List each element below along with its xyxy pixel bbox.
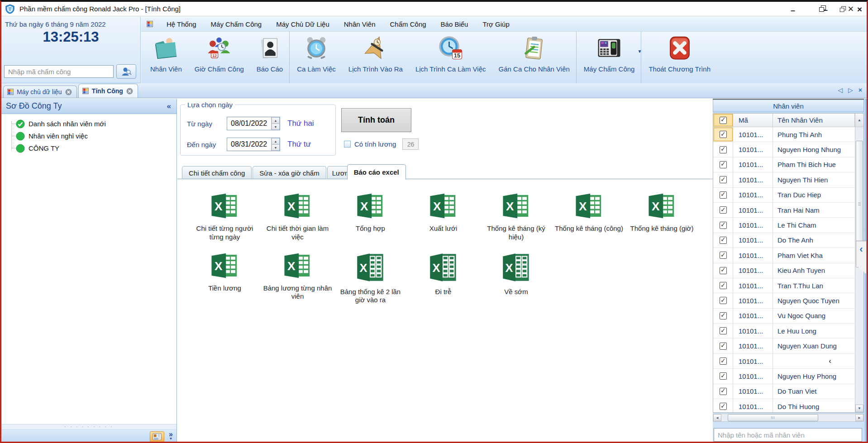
spin-down-icon[interactable]: ▼: [272, 144, 280, 151]
employee-row[interactable]: 10101... Vu Ngoc Quang: [713, 309, 855, 324]
employee-row[interactable]: 10101... ‹: [713, 354, 855, 369]
employee-row[interactable]: 10101... Tran T.Thu Lan: [713, 278, 855, 293]
menu-item[interactable]: Hệ Thống: [159, 18, 204, 30]
employee-row[interactable]: 10101... Nguyen Xuan Dung: [713, 338, 855, 353]
toolbar-button[interactable]: Ca Làm Việc: [291, 32, 342, 83]
tab-scroll-left-icon[interactable]: ◁: [838, 86, 843, 94]
scroll-up-icon[interactable]: ▲: [855, 114, 863, 127]
employee-row[interactable]: 10101... Do The Anh: [713, 233, 855, 248]
report-tab[interactable]: Báo cáo excel: [347, 164, 406, 180]
minimize-button[interactable]: –: [786, 3, 800, 15]
row-checkbox[interactable]: [713, 384, 733, 399]
employee-row[interactable]: 10101... Nguyen Thi Hien: [713, 172, 855, 187]
menu-item[interactable]: Nhân Viên: [337, 18, 383, 30]
tab-close-all-icon[interactable]: ×: [858, 86, 862, 94]
employee-row[interactable]: 10101... Le Huu Long: [713, 324, 855, 338]
tree-item[interactable]: Nhân viên nghỉ việc: [9, 130, 176, 142]
toolbar-button[interactable]: Lịch Trình Vào Ra: [342, 32, 409, 83]
spin-down-icon[interactable]: ▼: [272, 124, 280, 130]
employee-row[interactable]: 10101... Nguyen Huy Phong: [713, 369, 855, 384]
row-checkbox[interactable]: [713, 157, 733, 172]
row-checkbox[interactable]: [713, 399, 733, 412]
employee-filter-input[interactable]: [714, 428, 862, 442]
employee-row[interactable]: 10101... Do Thi Huong: [713, 399, 855, 412]
employee-row[interactable]: 10101... Le Thi Cham: [713, 218, 855, 233]
tab-close-icon[interactable]: [65, 89, 72, 95]
excel-report-item[interactable]: Về sớm: [480, 252, 553, 296]
row-checkbox[interactable]: [713, 172, 733, 187]
row-checkbox[interactable]: [713, 233, 733, 248]
scroll-left-icon[interactable]: ◄: [713, 414, 721, 421]
employee-row[interactable]: 10101... Tran Duc Hiep: [713, 188, 855, 203]
calculate-button[interactable]: Tính toán: [341, 108, 411, 132]
excel-report-item[interactable]: Thống kê tháng (giờ): [625, 192, 698, 233]
menu-item[interactable]: Chấm Công: [383, 18, 434, 30]
select-all-checkbox[interactable]: [713, 114, 733, 127]
excel-report-item[interactable]: Xuất lưới: [407, 192, 480, 233]
excel-report-item[interactable]: Tổng hợp: [334, 192, 407, 233]
employee-row[interactable]: 10101... Phung Thi Anh: [713, 127, 855, 142]
toolbar-button[interactable]: Gán Ca Cho Nhân Viên: [492, 32, 577, 83]
report-tab[interactable]: Chi tiết chấm công: [182, 166, 252, 179]
toolbar-button[interactable]: Báo Cáo: [250, 32, 290, 83]
attendance-code-input[interactable]: [4, 65, 114, 78]
mdi-minimize-button[interactable]: –: [824, 4, 828, 14]
toolbar-button[interactable]: Lịch Trình Ca Làm Việc: [409, 32, 492, 83]
scroll-right-icon[interactable]: ►: [855, 414, 863, 421]
code-column-header[interactable]: Mã: [733, 114, 773, 127]
toolbar-button[interactable]: Giờ Chấm Công: [188, 32, 250, 83]
row-checkbox[interactable]: [713, 248, 733, 262]
contact-card-button[interactable]: [150, 431, 164, 442]
to-date-spinner[interactable]: ▲ ▼: [271, 138, 280, 151]
salary-checkbox[interactable]: [344, 141, 351, 148]
tab-scroll-right-icon[interactable]: ▷: [848, 86, 853, 94]
from-date-spinner[interactable]: ▲ ▼: [271, 117, 280, 130]
excel-report-item[interactable]: Thống kê tháng (công): [553, 192, 625, 233]
toolbar-button[interactable]: Nhân Viên: [144, 32, 188, 83]
row-checkbox[interactable]: [713, 278, 733, 293]
employee-row[interactable]: 10101... Nguyen Quoc Tuyen: [713, 293, 855, 308]
sidebar-splitter[interactable]: · · · · · · · · ·: [1, 424, 176, 430]
excel-report-item[interactable]: Chi tiết thời gian làm việc: [261, 192, 334, 242]
row-checkbox[interactable]: [713, 218, 733, 232]
menu-item[interactable]: Máy Chủ Dữ Liệu: [269, 18, 337, 30]
excel-report-item[interactable]: Thống kê tháng (ký hiệu): [480, 192, 553, 242]
row-checkbox[interactable]: [713, 369, 733, 383]
employee-row[interactable]: 10101... Do Tuan Viet: [713, 384, 855, 399]
toolbar-button[interactable]: Thoát Chương Trình: [642, 32, 717, 83]
from-date-field[interactable]: 08/01/2022 ▲ ▼: [227, 117, 280, 130]
mdi-tab[interactable]: Máy chủ dữ liệu: [3, 86, 77, 98]
excel-report-item[interactable]: Tiền lương: [188, 252, 261, 293]
excel-report-item[interactable]: Chi tiết từng người từng ngày: [188, 192, 261, 242]
name-column-header[interactable]: Tên Nhân Viên: [773, 114, 855, 127]
lookup-employee-button[interactable]: [116, 64, 136, 79]
toolbar-button[interactable]: ▼ Máy Chấm Công: [577, 32, 642, 83]
employee-row[interactable]: 10101... Tran Hai Nam: [713, 203, 855, 218]
row-checkbox[interactable]: [713, 354, 733, 368]
spin-up-icon[interactable]: ▲: [272, 117, 280, 124]
row-checkbox[interactable]: [713, 127, 733, 142]
report-tab[interactable]: Sửa - xóa giờ chấm: [253, 166, 326, 179]
menu-item[interactable]: Báo Biểu: [434, 18, 476, 30]
row-checkbox[interactable]: [713, 188, 733, 202]
row-checkbox[interactable]: [713, 293, 733, 308]
menu-item[interactable]: Máy Chấm Công: [204, 18, 269, 30]
excel-report-item[interactable]: Bảng lương từng nhân viên: [261, 252, 334, 301]
menu-item[interactable]: Trợ Giúp: [475, 18, 516, 30]
row-checkbox[interactable]: [713, 324, 733, 338]
mdi-tab[interactable]: Tính Công: [78, 84, 138, 98]
spin-up-icon[interactable]: ▲: [272, 138, 280, 144]
tree-item[interactable]: Danh sách nhân viên mới: [9, 118, 176, 130]
collapse-sidebar-icon[interactable]: «: [167, 102, 171, 111]
more-buttons-menu[interactable]: » ▼: [169, 432, 173, 441]
row-checkbox[interactable]: [713, 203, 733, 217]
dropdown-arrow-icon[interactable]: ▼: [638, 49, 642, 54]
to-date-field[interactable]: 08/31/2022 ▲ ▼: [227, 138, 280, 151]
scrollbar-thumb[interactable]: [728, 414, 818, 421]
employee-row[interactable]: 10101... Pham Thi Bich Hue: [713, 157, 855, 172]
employee-row[interactable]: 10101... Kieu Anh Tuyen: [713, 263, 855, 278]
row-checkbox[interactable]: [713, 263, 733, 278]
excel-report-item[interactable]: Bảng thống kê 2 lần giờ vào ra: [334, 252, 407, 305]
row-checkbox[interactable]: [713, 338, 733, 353]
salary-days-field[interactable]: 26: [402, 138, 419, 150]
